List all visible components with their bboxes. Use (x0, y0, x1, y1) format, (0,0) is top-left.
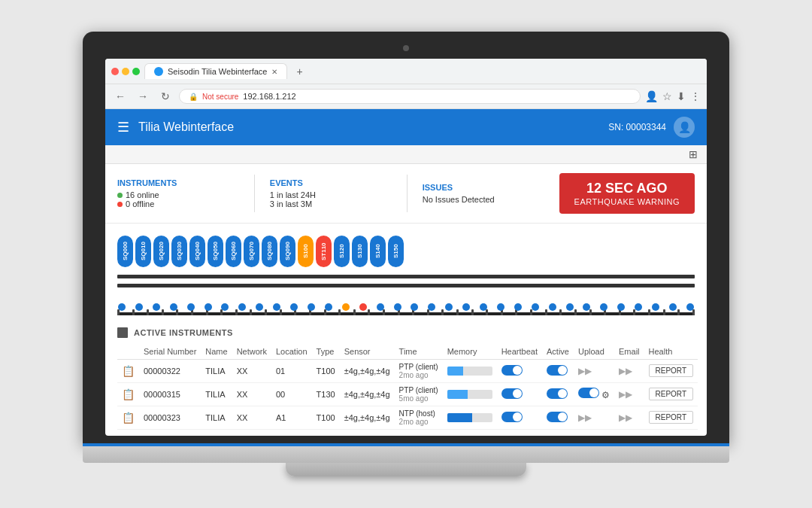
forward-button[interactable]: → (134, 87, 152, 105)
time-ago: 2mo ago (399, 371, 438, 379)
node-SQ050[interactable]: SQ050 (208, 236, 223, 267)
bookmark-icon[interactable]: ☆ (662, 90, 672, 102)
track-dot-21[interactable] (480, 303, 487, 311)
gear-icon[interactable]: ⚙ (601, 390, 610, 400)
active-toggle[interactable] (547, 412, 568, 422)
node-ST110[interactable]: ST110 (316, 236, 332, 267)
laptop-base (83, 446, 729, 463)
refresh-button[interactable]: ↻ (156, 87, 174, 105)
back-button[interactable]: ← (111, 87, 129, 105)
minimize-window-button[interactable] (122, 68, 129, 75)
node-S140[interactable]: S140 (370, 236, 386, 267)
tab-close-button[interactable]: ✕ (271, 68, 277, 76)
events-line2: 3 in last 3M (270, 199, 392, 208)
browser-tab-bar: Seisodin Tilia Webinterface ✕ + (105, 59, 707, 84)
heartbeat-cell (497, 406, 542, 429)
address-bar[interactable]: 🔒 Not secure 192.168.1.212 (179, 89, 641, 104)
track-dot-19[interactable] (445, 303, 453, 311)
tab-title: Seisodin Tilia Webinterface (168, 67, 267, 76)
track-dot-12[interactable] (325, 303, 332, 311)
track-dot-10[interactable] (290, 303, 298, 311)
node-SQ000[interactable]: SQ000 (117, 236, 133, 267)
track-dot-6[interactable] (221, 303, 229, 311)
heartbeat-cell (497, 382, 542, 406)
track-dot-33[interactable] (686, 303, 694, 311)
track-dot-30[interactable] (635, 303, 642, 311)
track-dot-16[interactable] (394, 303, 401, 311)
table-row: 📋 00000315 TILIA XX 00 T130 ±4g,±4g,±4g … (117, 382, 698, 406)
memory-fill (447, 390, 468, 399)
track-dot-32[interactable] (669, 303, 677, 311)
track-dot-9[interactable] (273, 303, 280, 311)
svg-rect-1 (117, 284, 695, 287)
track-dot-11[interactable] (308, 303, 315, 311)
track-dot-22[interactable] (497, 303, 504, 311)
track-dot-13[interactable] (342, 303, 350, 311)
track-dot-4[interactable] (187, 303, 195, 311)
earthquake-warning-card[interactable]: 12 SEC AGO EARTHQUAKE WARNING (559, 173, 695, 214)
col-header-email: Email (614, 344, 644, 360)
track-dot-3[interactable] (170, 303, 177, 311)
active-cell (542, 406, 574, 429)
browser-tab-active[interactable]: Seisodin Tilia Webinterface ✕ (144, 63, 287, 79)
track-dot-23[interactable] (514, 303, 522, 311)
track-dot-2[interactable] (153, 303, 160, 311)
track-dot-18[interactable] (428, 303, 435, 311)
node-SQ040[interactable]: SQ040 (189, 236, 205, 267)
profile-icon[interactable]: 👤 (645, 90, 658, 102)
heartbeat-toggle[interactable] (501, 388, 523, 399)
node-SQ030[interactable]: SQ030 (171, 236, 187, 267)
new-tab-button[interactable]: + (292, 65, 307, 78)
more-icon[interactable]: ⋮ (690, 90, 701, 102)
node-SQ090[interactable]: SQ090 (280, 236, 295, 267)
track-dot-8[interactable] (256, 303, 263, 311)
report-button[interactable]: REPORT (649, 364, 694, 377)
time-ago: 5mo ago (399, 394, 438, 403)
window-controls (111, 68, 140, 75)
instruments-title: INSTRUMENTS (117, 178, 239, 187)
active-toggle[interactable] (547, 388, 568, 399)
track-dot-26[interactable] (566, 303, 574, 311)
track-dot-31[interactable] (652, 303, 659, 311)
node-S150[interactable]: S150 (388, 236, 404, 267)
earthquake-label: EARTHQUAKE WARNING (574, 197, 680, 206)
email-icon: ▶▶ (619, 412, 632, 423)
node-SQ010[interactable]: SQ010 (135, 236, 151, 267)
user-avatar-button[interactable]: 👤 (674, 117, 695, 138)
node-S120[interactable]: S120 (334, 236, 350, 267)
track-dot-1[interactable] (135, 303, 143, 311)
track-dot-5[interactable] (205, 303, 212, 311)
report-button[interactable]: REPORT (649, 388, 694, 400)
heartbeat-toggle[interactable] (501, 365, 523, 376)
track-dot-20[interactable] (462, 303, 470, 311)
track-dot-27[interactable] (583, 303, 590, 311)
track-dot-24[interactable] (532, 303, 539, 311)
track-dot-25[interactable] (549, 303, 556, 311)
node-S100[interactable]: S100 (298, 236, 314, 267)
download-icon[interactable]: ⬇ (677, 90, 686, 102)
health-cell: REPORT (644, 359, 698, 382)
track-dot-0[interactable] (118, 303, 126, 311)
node-SQ060[interactable]: SQ060 (226, 236, 241, 267)
close-window-button[interactable] (111, 68, 119, 75)
events-line1: 1 in last 24H (270, 190, 392, 199)
upload-toggle[interactable] (578, 388, 599, 398)
track-dot-17[interactable] (411, 303, 418, 311)
active-toggle[interactable] (547, 365, 568, 376)
node-SQ080[interactable]: SQ080 (262, 236, 277, 267)
name-cell: TILIA (201, 382, 232, 406)
node-SQ070[interactable]: SQ070 (244, 236, 259, 267)
maximize-window-button[interactable] (132, 68, 140, 75)
track-dot-7[interactable] (238, 303, 246, 311)
track-dot-28[interactable] (600, 303, 607, 311)
hamburger-menu-button[interactable]: ☰ (117, 119, 129, 135)
settings-toggle-icon[interactable]: ⊞ (689, 148, 698, 160)
upload-cell: ⚙ (574, 382, 614, 406)
track-dot-29[interactable] (617, 303, 625, 311)
heartbeat-toggle[interactable] (501, 412, 523, 422)
node-SQ020[interactable]: SQ020 (153, 236, 169, 267)
track-dot-14[interactable] (359, 303, 367, 311)
track-dot-15[interactable] (377, 303, 384, 311)
report-button[interactable]: REPORT (649, 411, 694, 424)
node-S130[interactable]: S130 (352, 236, 368, 267)
